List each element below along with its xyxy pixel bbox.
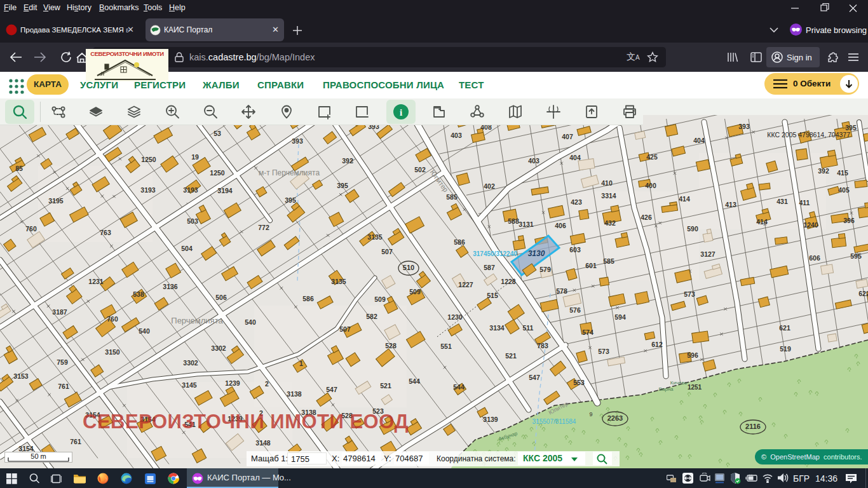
svg-text:585: 585 bbox=[446, 193, 458, 201]
svg-text:395: 395 bbox=[337, 182, 348, 189]
svg-text:413: 413 bbox=[725, 201, 736, 208]
svg-text:515: 515 bbox=[487, 292, 498, 299]
svg-text:2: 2 bbox=[265, 380, 269, 388]
svg-text:576: 576 bbox=[569, 306, 581, 314]
svg-text:392: 392 bbox=[818, 167, 829, 175]
svg-text:3148: 3148 bbox=[255, 439, 271, 447]
svg-text:3193: 3193 bbox=[183, 186, 198, 194]
svg-text:1240: 1240 bbox=[803, 221, 818, 229]
svg-text:509: 509 bbox=[374, 295, 386, 303]
svg-text:579: 579 bbox=[539, 266, 551, 273]
svg-text:510: 510 bbox=[403, 264, 414, 271]
svg-text:1: 1 bbox=[299, 360, 303, 367]
svg-text:596: 596 bbox=[687, 351, 698, 359]
svg-text:3145: 3145 bbox=[182, 381, 197, 389]
svg-text:507: 507 bbox=[339, 325, 351, 333]
svg-text:3138: 3138 bbox=[287, 390, 302, 398]
svg-text:502: 502 bbox=[414, 166, 426, 173]
svg-text:423: 423 bbox=[571, 198, 582, 206]
svg-text:315507/811584: 315507/811584 bbox=[532, 418, 576, 425]
svg-text:3130: 3130 bbox=[528, 249, 545, 258]
svg-text:1250: 1250 bbox=[141, 156, 156, 163]
svg-text:402: 402 bbox=[484, 182, 495, 190]
svg-text:403: 403 bbox=[528, 157, 539, 165]
svg-text:85: 85 bbox=[15, 165, 23, 172]
svg-text:582: 582 bbox=[366, 313, 377, 320]
svg-text:3134: 3134 bbox=[489, 324, 505, 332]
svg-text:595: 595 bbox=[850, 252, 862, 260]
svg-text:547: 547 bbox=[326, 386, 337, 393]
svg-text:540: 540 bbox=[139, 327, 150, 335]
svg-text:586: 586 bbox=[302, 295, 314, 302]
svg-text:393: 393 bbox=[738, 123, 750, 130]
svg-text:9: 9 bbox=[589, 411, 592, 417]
svg-text:405: 405 bbox=[838, 186, 850, 194]
svg-text:396: 396 bbox=[843, 217, 855, 224]
svg-text:3302: 3302 bbox=[211, 344, 226, 352]
svg-text:407: 407 bbox=[562, 133, 573, 140]
svg-text:761: 761 bbox=[58, 383, 69, 390]
svg-text:621: 621 bbox=[779, 324, 790, 332]
svg-text:538: 538 bbox=[133, 290, 144, 298]
svg-text:403: 403 bbox=[451, 132, 462, 139]
svg-text:404: 404 bbox=[569, 154, 581, 161]
svg-text:590: 590 bbox=[687, 225, 698, 233]
svg-text:Кичево: Кичево bbox=[670, 380, 688, 386]
svg-text:425: 425 bbox=[646, 153, 658, 161]
svg-text:3131: 3131 bbox=[519, 220, 534, 228]
svg-text:i: i bbox=[400, 107, 402, 118]
svg-text:м-т Перчемлията: м-т Перчемлията bbox=[259, 168, 320, 177]
svg-text:587: 587 bbox=[484, 264, 495, 271]
svg-text:594: 594 bbox=[614, 313, 626, 321]
svg-text:547: 547 bbox=[529, 374, 540, 381]
svg-text:1227: 1227 bbox=[458, 281, 473, 288]
svg-text:СЕВЕРОИЗТОЧНИ ИМОТИ ЕООД: СЕВЕРОИЗТОЧНИ ИМОТИ ЕООД bbox=[83, 410, 409, 433]
svg-text:544: 544 bbox=[453, 383, 465, 391]
svg-text:601: 601 bbox=[585, 262, 597, 269]
svg-text:509: 509 bbox=[409, 288, 421, 295]
svg-text:432: 432 bbox=[604, 219, 616, 227]
svg-text:2263: 2263 bbox=[607, 414, 623, 422]
svg-text:783: 783 bbox=[537, 342, 548, 349]
svg-text:393: 393 bbox=[292, 137, 303, 145]
svg-text:415: 415 bbox=[837, 169, 848, 177]
svg-text:519: 519 bbox=[780, 345, 791, 353]
svg-text:544: 544 bbox=[409, 377, 420, 385]
svg-text:3302: 3302 bbox=[183, 359, 198, 367]
svg-text:763: 763 bbox=[100, 229, 111, 236]
svg-text:404: 404 bbox=[693, 137, 705, 144]
svg-text:606: 606 bbox=[809, 254, 820, 262]
svg-text:3139: 3139 bbox=[483, 416, 498, 423]
svg-text:3194: 3194 bbox=[217, 187, 233, 194]
svg-text:578: 578 bbox=[556, 287, 567, 295]
svg-text:414: 414 bbox=[756, 218, 768, 226]
svg-text:3135: 3135 bbox=[331, 278, 346, 285]
svg-text:3195: 3195 bbox=[48, 197, 64, 205]
svg-text:1231: 1231 bbox=[88, 278, 104, 285]
svg-text:503: 503 bbox=[187, 217, 198, 225]
svg-text:53: 53 bbox=[214, 130, 221, 137]
svg-text:431: 431 bbox=[776, 198, 788, 205]
svg-text:540: 540 bbox=[245, 318, 256, 326]
svg-text:19: 19 bbox=[191, 153, 199, 161]
svg-text:588: 588 bbox=[508, 217, 519, 225]
svg-text:760: 760 bbox=[25, 225, 37, 233]
svg-text:3187: 3187 bbox=[52, 308, 67, 316]
svg-text:1250: 1250 bbox=[210, 169, 225, 177]
svg-text:3136: 3136 bbox=[163, 283, 178, 290]
svg-text:1230: 1230 bbox=[447, 313, 463, 321]
svg-text:3153: 3153 bbox=[13, 372, 29, 380]
svg-text:414: 414 bbox=[679, 195, 690, 203]
svg-text:406: 406 bbox=[555, 222, 566, 229]
svg-text:3193: 3193 bbox=[140, 186, 156, 194]
svg-text:511: 511 bbox=[523, 324, 534, 332]
svg-text:521: 521 bbox=[505, 352, 517, 360]
svg-text:553: 553 bbox=[573, 379, 585, 386]
svg-text:574: 574 bbox=[582, 329, 593, 336]
svg-text:573: 573 bbox=[598, 348, 609, 355]
svg-text:400: 400 bbox=[645, 182, 656, 189]
svg-text:392: 392 bbox=[342, 157, 353, 165]
svg-text:Варна: Варна bbox=[658, 386, 674, 392]
svg-text:586: 586 bbox=[454, 238, 465, 246]
svg-text:3314: 3314 bbox=[601, 192, 616, 200]
